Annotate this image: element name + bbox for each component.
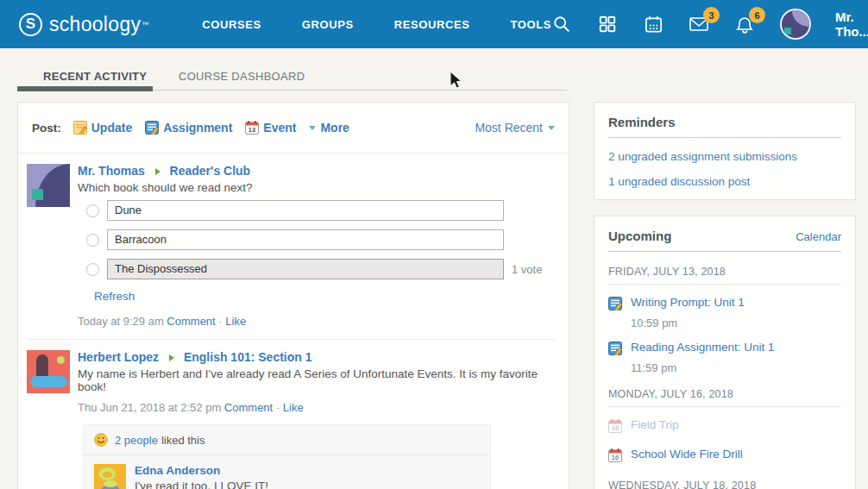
assignment-icon	[608, 342, 622, 359]
poll-option-row: Barracoon	[86, 229, 555, 250]
schoology-logo[interactable]: S schoology ™	[19, 13, 148, 36]
upcoming-item-time: 11:59 pm	[631, 361, 841, 374]
like-link[interactable]: Like	[283, 401, 304, 414]
liked-by-row: 2 people liked this	[84, 425, 490, 455]
comment-author-link[interactable]: Edna Anderson	[135, 464, 220, 477]
poll-radio-dispossessed[interactable]	[86, 263, 99, 276]
smiley-icon	[94, 433, 108, 447]
calendar-link[interactable]: Calendar	[796, 230, 841, 243]
dot-separator: ·	[276, 401, 280, 414]
brand-wordmark: schoology	[49, 13, 141, 36]
post-body: My name is Herbert and I've already read…	[78, 367, 555, 393]
post-course-link[interactable]: English 101: Section 1	[184, 350, 312, 364]
calendar-icon[interactable]	[643, 14, 664, 34]
upcoming-date-header: MONDAY, JULY 16, 2018	[608, 388, 841, 400]
tab-recent-activity[interactable]: RECENT ACTIVITY	[43, 70, 147, 83]
tab-baseline	[153, 90, 567, 91]
user-avatar[interactable]	[780, 9, 811, 40]
assignment-icon	[145, 121, 159, 135]
post-assignment-button[interactable]: Assignment	[145, 121, 232, 135]
nav-item-groups[interactable]: GROUPS	[302, 18, 354, 31]
poll-option-row: Dune	[86, 200, 555, 221]
caret-down-icon	[309, 126, 316, 130]
messages-icon[interactable]: 3	[689, 14, 709, 34]
post-group-link[interactable]: Reader's Club	[170, 164, 251, 178]
poll-option-barracoon[interactable]: Barracoon	[107, 229, 504, 250]
post-event-button[interactable]: 13 Event	[245, 121, 296, 135]
svg-text:16: 16	[612, 424, 619, 432]
poll-options: Dune Barracoon The Dispossessed 1 vote	[78, 200, 555, 279]
reminder-ungraded-discussion-link[interactable]: 1 ungraded discussion post	[608, 175, 841, 188]
poll-option-dune[interactable]: Dune	[107, 200, 504, 221]
comment-thread: 2 people liked this Edna Anderson I've r…	[83, 424, 491, 489]
active-tab-indicator	[17, 86, 153, 91]
svg-text:16: 16	[612, 454, 619, 461]
upcoming-date-header: WEDNESDAY, JULY 18, 2018	[608, 480, 841, 489]
nav-item-courses[interactable]: COURSES	[202, 18, 261, 31]
upcoming-item: Reading Assignment: Unit 1	[608, 341, 841, 359]
poll-post: Mr. Thomas Reader's Club Which book shou…	[18, 154, 569, 340]
update-icon	[73, 121, 87, 135]
activity-feed-card: Post: Update Assignment 13 Event More Mo…	[17, 102, 569, 489]
post-timestamp: Today at 9:29 am	[78, 315, 164, 328]
upcoming-item: Writing Prompt: Unit 1	[608, 296, 841, 314]
upcoming-date-header: FRIDAY, JULY 13, 2018	[608, 266, 841, 278]
comment-item: Edna Anderson I've read it too, I LOVE I…	[84, 455, 490, 489]
likers-link[interactable]: 2 people	[115, 434, 158, 447]
assignment-icon	[608, 297, 622, 314]
post-timestamp: Thu Jun 21, 2018 at 2:52 pm	[78, 401, 221, 414]
comment-body: I've read it too, I LOVE IT!	[135, 480, 305, 489]
upcoming-item-link[interactable]: Reading Assignment: Unit 1	[631, 341, 775, 354]
panel-rule	[608, 251, 841, 252]
event-icon: 13	[245, 121, 259, 135]
brand-trademark: ™	[142, 21, 148, 28]
avatar-herbert-lopez[interactable]	[27, 350, 70, 393]
avatar-mr-thomas[interactable]	[27, 164, 70, 207]
upcoming-item-link[interactable]: Field Trip	[631, 418, 679, 431]
reminders-title: Reminders	[608, 115, 841, 129]
poll-radio-barracoon[interactable]	[86, 234, 99, 247]
upcoming-item-time: 10:59 pm	[631, 317, 841, 329]
upcoming-item-past: 16 Field Trip	[608, 418, 841, 436]
post-author-link[interactable]: Herbert Lopez	[78, 350, 159, 364]
apps-grid-icon[interactable]	[597, 14, 618, 34]
upcoming-title: Upcoming	[608, 229, 671, 243]
nav-item-resources[interactable]: RESOURCES	[394, 18, 470, 31]
nav-item-tools[interactable]: TOOLS	[510, 18, 551, 31]
messages-badge: 3	[703, 7, 720, 23]
caret-down-icon	[548, 126, 555, 130]
avatar-edna-anderson[interactable]	[94, 464, 126, 489]
top-navigation-bar: S schoology ™ COURSES GROUPS RESOURCES T…	[0, 0, 868, 48]
schoology-s-icon: S	[19, 13, 42, 36]
main-nav: COURSES GROUPS RESOURCES TOOLS	[202, 18, 551, 31]
post-more-button[interactable]: More	[309, 121, 349, 135]
svg-text:13: 13	[248, 126, 255, 134]
upcoming-item-link[interactable]: Writing Prompt: Unit 1	[631, 296, 745, 309]
post-update-button[interactable]: Update	[73, 121, 132, 135]
search-icon[interactable]	[551, 14, 572, 34]
date-rule	[608, 406, 841, 407]
post-label: Post:	[32, 122, 61, 135]
tab-course-dashboard[interactable]: COURSE DASHBOARD	[179, 70, 305, 83]
post-author-link[interactable]: Mr. Thomas	[78, 164, 145, 178]
reminders-panel: Reminders 2 ungraded assignment submissi…	[594, 102, 856, 200]
upcoming-item-link[interactable]: School Wide Fire Drill	[631, 448, 743, 461]
dot-separator: ·	[218, 315, 222, 328]
text-post: Herbert Lopez English 101: Section 1 My …	[18, 340, 569, 489]
user-name[interactable]: Mr. Tho...	[835, 9, 868, 39]
notifications-badge: 6	[749, 7, 765, 23]
post-composer: Post: Update Assignment 13 Event More Mo…	[18, 103, 569, 154]
mouse-cursor	[450, 72, 463, 94]
poll-vote-count: 1 vote	[512, 263, 542, 276]
poll-radio-dune[interactable]	[86, 204, 99, 217]
notifications-bell-icon[interactable]: 6	[734, 14, 755, 34]
poll-refresh-link[interactable]: Refresh	[94, 290, 135, 303]
liked-this-text: liked this	[161, 434, 205, 447]
sort-dropdown[interactable]: Most Recent	[475, 121, 555, 135]
date-rule	[608, 284, 841, 285]
like-link[interactable]: Like	[225, 315, 246, 328]
poll-option-dispossessed[interactable]: The Dispossessed	[107, 259, 504, 279]
comment-link[interactable]: Comment	[167, 315, 215, 328]
comment-link[interactable]: Comment	[224, 401, 273, 414]
reminder-ungraded-assignments-link[interactable]: 2 ungraded assignment submissions	[608, 150, 841, 163]
